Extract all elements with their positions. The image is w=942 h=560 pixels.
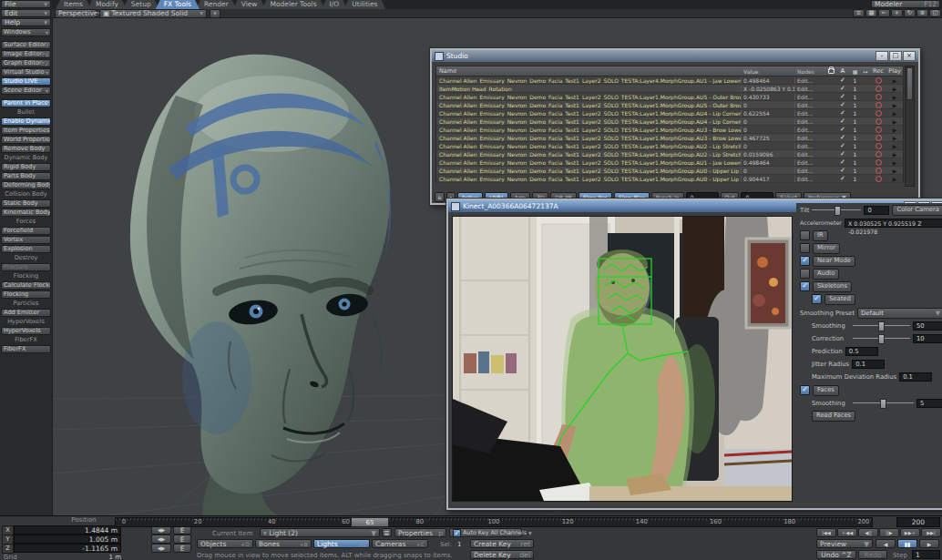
toggle-button[interactable]: Audio (813, 269, 839, 280)
sidebar-item[interactable]: Enable Dynamics (1, 117, 51, 126)
field-value[interactable]: 0.5 (845, 347, 878, 356)
menu-button[interactable]: Help ▾ (1, 18, 51, 26)
faces-toggle-button[interactable]: Faces (813, 385, 839, 396)
checkbox[interactable] (800, 269, 810, 279)
sidebar-item[interactable]: Add Emitter (1, 309, 51, 317)
sidebar-item[interactable]: Calculate Flocks (1, 281, 51, 290)
record-toggle[interactable] (870, 159, 886, 166)
toggle-button[interactable]: Skeletons (813, 281, 852, 292)
sidebar-item[interactable]: Explosion (1, 245, 51, 253)
slider[interactable] (853, 334, 910, 342)
smoothing-preset-dropdown[interactable]: Default ▼ (857, 308, 942, 319)
nodes-edit-button[interactable]: Edit... (794, 102, 826, 108)
view-control-icon[interactable]: ← (878, 9, 890, 17)
close-button[interactable]: × (903, 51, 916, 61)
sidebar-item[interactable]: Parts Body (1, 172, 51, 180)
toggle-button[interactable]: Seated (824, 294, 855, 305)
sidebar-item[interactable]: Forces (1, 218, 51, 226)
menu-button[interactable]: Edit ▾ (1, 9, 51, 17)
auto-key-toggle[interactable]: Auto Key All Channels ▾ (449, 528, 522, 537)
record-toggle[interactable] (870, 135, 886, 141)
auto-key-checkbox[interactable] (453, 529, 461, 537)
active-checkmark[interactable] (836, 93, 849, 100)
channel-row[interactable]: Channel Alien_Emissary_Nevron_Demo_Facia… (435, 109, 904, 117)
play-toggle[interactable] (886, 159, 903, 166)
sidebar-item[interactable]: FiberFX (1, 336, 51, 344)
channel-row[interactable]: Channel Alien_Emissary_Nevron_Demo_Facia… (435, 126, 904, 134)
sidebar-item[interactable]: HyperVoxels (1, 327, 51, 335)
play-toggle[interactable] (886, 127, 903, 133)
create-key-button[interactable]: Create Keyret (470, 539, 534, 548)
active-checkmark[interactable] (836, 175, 849, 182)
toggle-button[interactable]: Near Mode (813, 256, 855, 267)
envelope-button[interactable]: E (173, 535, 191, 544)
main-tab[interactable]: Utilities (343, 0, 385, 9)
sidebar-item[interactable]: Scene Editor ▾ (1, 87, 51, 95)
item-list-button[interactable]: ≣ (382, 528, 392, 537)
axis-value-field[interactable]: 1.4844 m (14, 525, 121, 535)
main-tab[interactable]: Modify (87, 0, 127, 9)
sidebar-item[interactable]: Graph Editor F2 (1, 59, 51, 67)
sidebar-item[interactable]: Flocking (1, 290, 51, 299)
slider-value-field[interactable]: 50 (913, 321, 942, 331)
channel-row[interactable]: Channel Alien_Emissary_Nevron_Demo_Facia… (435, 101, 904, 109)
nodes-edit-button[interactable]: Edit... (794, 110, 826, 117)
channel-row[interactable]: Channel Alien_Emissary_Nevron_Demo_Facia… (435, 175, 904, 183)
current-item-dropdown[interactable]: ▾ Light (2) ▼ (260, 528, 380, 537)
channel-row[interactable]: ItemMotion Head_Rotation X -0.0250863 Y … (435, 85, 904, 93)
shading-mode-dropdown[interactable]: ▣ Textured Shaded Solid ▾ (99, 9, 207, 18)
channel-row[interactable]: Channel Alien_Emissary_Nevron_Demo_Facia… (435, 142, 904, 150)
field-value[interactable]: 0.1 (852, 360, 885, 369)
record-toggle[interactable] (870, 77, 886, 84)
play-toggle[interactable] (886, 110, 903, 117)
active-checkmark[interactable] (836, 150, 849, 158)
nodes-edit-button[interactable]: Edit... (794, 77, 826, 84)
viewport-mode-dropdown[interactable]: Perspective▾ (55, 9, 97, 18)
axis-spinner[interactable]: ◀▶ (151, 535, 171, 544)
nodes-edit-button[interactable]: Edit... (794, 159, 826, 166)
sidebar-item[interactable]: Item Properties (1, 127, 51, 135)
record-toggle[interactable] (870, 127, 886, 133)
nodes-edit-button[interactable]: Edit... (794, 86, 826, 92)
sidebar-item[interactable]: FiberFX (1, 345, 51, 353)
category-button[interactable]: Bones +B (255, 539, 312, 548)
maximize-button[interactable]: □ (889, 51, 902, 61)
view-control-icon[interactable]: ⊕ (916, 9, 928, 17)
record-toggle[interactable] (870, 86, 886, 92)
playback-button[interactable]: ▮▮ (897, 539, 917, 548)
transport-button[interactable]: ▶▶| (921, 528, 941, 537)
sidebar-item[interactable]: Flocking (1, 272, 51, 280)
main-tab[interactable]: Modeler Tools (262, 0, 325, 9)
record-toggle[interactable] (870, 94, 886, 100)
category-button[interactable]: Lights +L (313, 539, 370, 548)
sidebar-item[interactable]: Deforming Body (1, 181, 51, 189)
menu-button[interactable]: File ▾ (1, 0, 51, 8)
studio-titlebar[interactable]: Studio – □ × (432, 50, 918, 62)
view-control-icon[interactable]: ◱ (929, 9, 941, 17)
active-checkmark[interactable] (836, 167, 849, 174)
minimize-button[interactable]: – (875, 51, 888, 61)
undo-button[interactable]: Undo ^Z (816, 550, 856, 559)
sidebar-item[interactable]: Windows ▾ (1, 28, 51, 36)
studio-toolbar-button[interactable]: ≡ (435, 192, 445, 202)
active-checkmark[interactable] (836, 142, 849, 149)
end-frame-field[interactable]: 200 (896, 517, 940, 527)
view-control-icon[interactable]: + (891, 9, 903, 17)
view-control-icon[interactable]: ▦ (865, 9, 877, 17)
scrollbar-thumb[interactable] (906, 67, 913, 100)
sidebar-item[interactable]: Particles (1, 300, 51, 308)
nodes-edit-button[interactable]: Edit... (794, 168, 826, 174)
faces-smoothing-slider[interactable] (853, 399, 914, 407)
channel-row[interactable]: Channel Alien_Emissary_Nevron_Demo_Facia… (435, 158, 904, 167)
toggle-button[interactable]: IR (813, 230, 828, 241)
faces-smoothing-value[interactable]: 5 (916, 399, 942, 408)
sidebar-item[interactable]: Static Body (1, 199, 51, 208)
envelope-button[interactable]: E (173, 544, 191, 553)
record-toggle[interactable] (870, 102, 886, 108)
nodes-edit-button[interactable]: Edit... (794, 94, 826, 100)
sidebar-item[interactable]: Destroy (1, 254, 51, 262)
active-checkmark[interactable] (836, 158, 849, 166)
sidebar-item[interactable]: Kinematic Body (1, 209, 51, 217)
category-button[interactable]: Objects +O (197, 539, 253, 548)
category-button[interactable]: Cameras +C (372, 539, 428, 548)
